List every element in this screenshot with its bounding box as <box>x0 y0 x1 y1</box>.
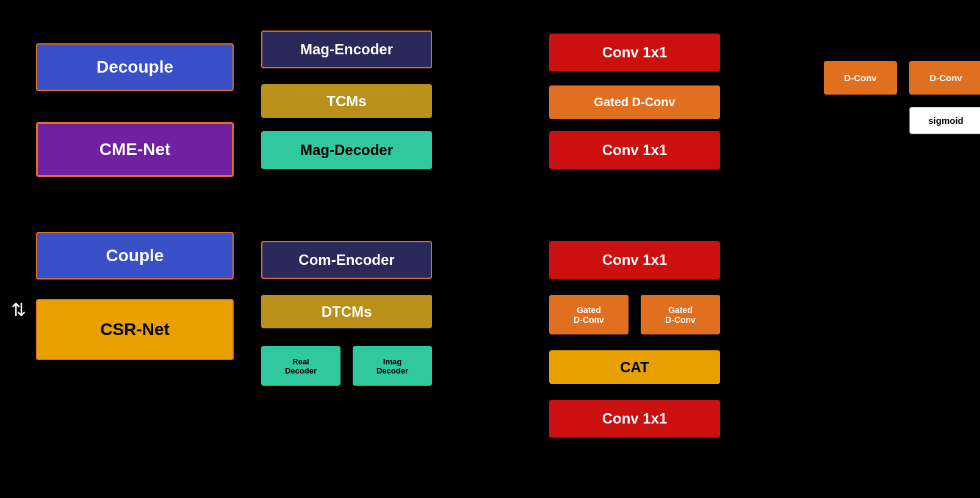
dconv-bot-block: D-Conv <box>909 61 980 95</box>
couple-block: Couple <box>36 232 234 280</box>
gated-dconv-bot1-block: Gated D-Conv <box>549 295 629 334</box>
real-decoder-block: Real Decoder <box>261 346 340 386</box>
conv1x1-bot2-block: Conv 1x1 <box>549 400 720 438</box>
csr-net-block: CSR-Net <box>36 299 234 360</box>
mag-decoder-block: Mag-Decoder <box>261 131 432 169</box>
decouple-block: Decouple <box>36 43 234 91</box>
gated-dconv-bot2-block: Gated D-Conv <box>641 295 720 334</box>
gated-dconv-top-block: Gated D-Conv <box>549 85 720 119</box>
input-icon: ⇅ <box>11 299 26 320</box>
cme-net-block: CME-Net <box>36 122 234 177</box>
dconv-top-block: D-Conv <box>824 61 897 95</box>
imag-decoder-block: Imag Decoder <box>353 346 432 386</box>
conv1x1-top1-block: Conv 1x1 <box>549 34 720 71</box>
conv1x1-top2-block: Conv 1x1 <box>549 131 720 169</box>
sigmoid-block: sigmoid <box>909 107 980 134</box>
tcms-block: TCMs <box>261 84 432 118</box>
conv1x1-bot1-block: Conv 1x1 <box>549 241 720 279</box>
cat-block: CAT <box>549 350 720 384</box>
com-encoder-block: Com-Encoder <box>261 241 432 279</box>
dtcms-block: DTCMs <box>261 295 432 328</box>
mag-encoder-block: Mag-Encoder <box>261 31 432 68</box>
